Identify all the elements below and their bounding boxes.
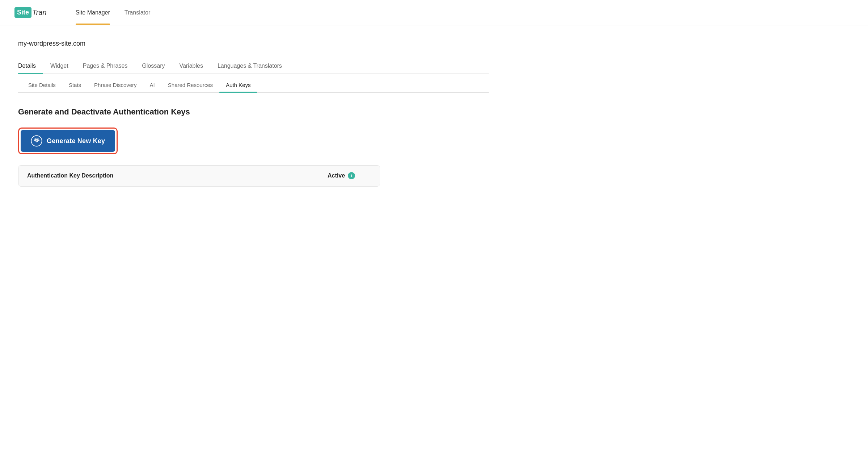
active-info-icon[interactable]: i — [348, 172, 355, 179]
col-active-label: Active — [328, 172, 345, 179]
top-nav: Site Manager Translator — [68, 1, 158, 25]
fingerprint-icon — [31, 135, 42, 147]
svg-point-1 — [36, 141, 37, 142]
page-content: my-wordpress-site.com Details Widget Pag… — [0, 25, 507, 201]
tab-details[interactable]: Details — [18, 58, 43, 74]
tab-site-details[interactable]: Site Details — [22, 78, 62, 92]
tab-glossary[interactable]: Glossary — [135, 58, 172, 74]
generate-new-key-button[interactable]: Generate New Key — [21, 130, 115, 152]
top-nav-site-manager[interactable]: Site Manager — [68, 1, 117, 25]
generate-btn-label: Generate New Key — [47, 137, 105, 145]
tab-languages-translators[interactable]: Languages & Translators — [210, 58, 289, 74]
auth-table-header: Authentication Key Description Active i — [18, 166, 380, 186]
tab-shared-resources[interactable]: Shared Resources — [161, 78, 219, 92]
tab-widget[interactable]: Widget — [43, 58, 76, 74]
tab-variables[interactable]: Variables — [172, 58, 210, 74]
tab-stats[interactable]: Stats — [62, 78, 88, 92]
tab-phrase-discovery[interactable]: Phrase Discovery — [88, 78, 143, 92]
primary-tabs: Details Widget Pages & Phrases Glossary … — [18, 58, 489, 74]
logo-site-text: Site — [14, 7, 31, 18]
section-title: Generate and Deactivate Authentication K… — [18, 107, 489, 117]
header: Site Tran Site Manager Translator — [0, 0, 868, 25]
col-active-header: Active i — [328, 172, 371, 179]
col-description-header: Authentication Key Description — [27, 172, 328, 179]
tab-pages-phrases[interactable]: Pages & Phrases — [76, 58, 135, 74]
generate-btn-wrapper: Generate New Key — [18, 128, 118, 154]
auth-keys-table: Authentication Key Description Active i — [18, 165, 380, 187]
top-nav-translator[interactable]: Translator — [117, 1, 157, 25]
secondary-tabs: Site Details Stats Phrase Discovery AI S… — [18, 74, 489, 93]
tab-ai[interactable]: AI — [143, 78, 161, 92]
logo-tran-text: Tran — [32, 8, 47, 17]
tab-auth-keys[interactable]: Auth Keys — [219, 78, 257, 92]
site-url: my-wordpress-site.com — [18, 40, 489, 47]
logo[interactable]: Site Tran — [14, 7, 47, 18]
